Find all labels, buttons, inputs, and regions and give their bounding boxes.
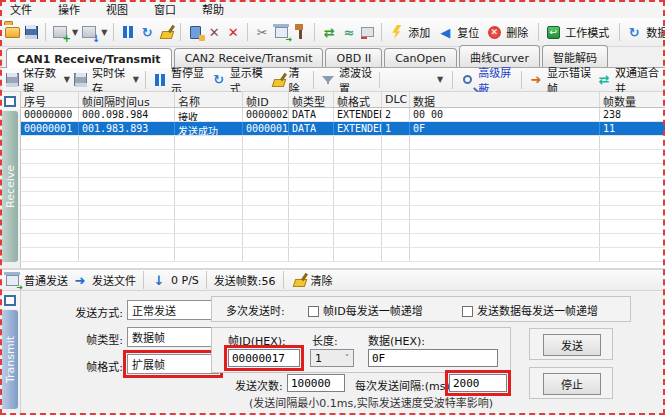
error-frames-icon[interactable]: ➜ xyxy=(528,72,544,88)
recycle-icon[interactable]: ⇄ xyxy=(321,24,337,40)
advanced-mask-icon[interactable] xyxy=(459,72,475,88)
minimized-window-icon[interactable] xyxy=(359,24,375,40)
reset-button[interactable]: 复位 xyxy=(457,24,479,40)
checkbox-icon[interactable] xyxy=(308,306,319,317)
length-select[interactable]: 1˅ xyxy=(310,349,354,367)
display-mode-icon[interactable]: ↻ xyxy=(211,72,227,88)
pause-display-button[interactable]: 暂停显示 xyxy=(171,64,208,96)
send-count-input[interactable] xyxy=(287,374,345,392)
clear-brush-icon[interactable] xyxy=(158,24,174,40)
reset-icon[interactable]: ◀ xyxy=(437,24,453,40)
panel-toggle-icon[interactable] xyxy=(4,96,16,107)
data-increment-option[interactable]: 发送数据每发送一帧递增 xyxy=(462,302,598,318)
receive-side-tab[interactable]: Receive xyxy=(2,111,18,262)
table-empty-row[interactable] xyxy=(21,234,665,248)
save-data-button[interactable]: 保存数据 xyxy=(23,64,60,96)
send-mode-select[interactable]: 正常发送˅ xyxy=(127,300,219,320)
filter-dropdown[interactable]: ▼ xyxy=(379,72,447,88)
table-cell: 发送成功 xyxy=(175,122,243,135)
checkbox-icon[interactable] xyxy=(462,306,473,317)
device-load-icon[interactable] xyxy=(81,24,97,40)
display-mode-button[interactable]: 显示模式 xyxy=(230,64,267,96)
table-empty-row[interactable] xyxy=(21,136,665,150)
chevron-down-icon[interactable]: ▼ xyxy=(64,75,70,84)
open-folder-icon[interactable] xyxy=(4,24,20,40)
table-empty-row[interactable] xyxy=(21,150,665,164)
frame-format-select[interactable]: 扩展帧˅ xyxy=(127,354,219,374)
send-button[interactable]: 发送 xyxy=(543,334,601,356)
send-file-button[interactable]: 发送文件 xyxy=(92,272,136,288)
advanced-mask-button[interactable]: 高级屏蔽 xyxy=(478,64,515,96)
tab-3[interactable]: CanOpen xyxy=(384,48,457,67)
frame-table[interactable]: 序号帧间隔时间us名称帧ID帧类型帧格式DLC数据帧数量00000000000.… xyxy=(20,92,665,268)
pause-display-icon[interactable] xyxy=(152,72,168,88)
receive-toolbar: 保存数据 ▼ 实时保存 ▼ 暂停显示 ↻ 显示模式 清除 滤波设置 ▼ 高级屏蔽… xyxy=(0,68,665,92)
work-mode-icon[interactable]: ↩ xyxy=(545,24,561,40)
table-cell: 帧间隔时间us xyxy=(79,92,175,107)
save-data-icon[interactable] xyxy=(4,72,20,88)
chevron-down-icon[interactable]: ▼ xyxy=(133,75,139,84)
merge-channels-icon[interactable]: ⇄ xyxy=(596,72,612,88)
table-empty-row[interactable] xyxy=(21,248,665,262)
table-row[interactable]: 00000001001.983.893发送成功00000017DATAEXTEN… xyxy=(21,122,665,136)
chevron-down-icon[interactable]: ▼ xyxy=(101,28,107,37)
pause-icon[interactable] xyxy=(120,24,136,40)
connector-icon[interactable]: ≈ xyxy=(340,24,356,40)
normal-send-button[interactable]: 普通发送 xyxy=(24,272,68,288)
table-cell xyxy=(410,150,600,163)
table-empty-row[interactable] xyxy=(21,192,665,206)
delete-button[interactable]: 删除 xyxy=(506,24,528,40)
frame-id-input[interactable] xyxy=(228,349,300,367)
work-mode-button[interactable]: 工作模式 xyxy=(565,24,609,40)
data-hex-input[interactable] xyxy=(368,349,498,367)
table-cell xyxy=(289,150,334,163)
clear-brush-icon[interactable] xyxy=(270,72,286,88)
table-empty-row[interactable] xyxy=(21,220,665,234)
interval-input[interactable] xyxy=(449,374,507,392)
delete-x-icon[interactable]: ✕ xyxy=(225,24,241,40)
tab-0[interactable]: CAN1 Receive/Transmit xyxy=(6,48,172,68)
filter-settings-button[interactable]: 滤波设置 xyxy=(339,64,376,96)
table-cell: 序号 xyxy=(21,92,79,107)
filter-icon[interactable] xyxy=(320,72,336,88)
transmit-side-tab[interactable]: Transmit xyxy=(2,310,18,409)
id-increment-option[interactable]: 帧ID每发送一帧递增 xyxy=(308,302,423,318)
realtime-save-icon[interactable] xyxy=(73,72,89,88)
clear-button[interactable]: 清除 xyxy=(289,64,307,96)
clear-brush-icon[interactable] xyxy=(291,272,307,288)
wrench-icon[interactable]: ✕ xyxy=(206,24,222,40)
merge-channels-button[interactable]: 双通道合并 xyxy=(615,64,661,96)
send-file-icon[interactable]: ➜ xyxy=(72,272,88,288)
menu-item-4[interactable]: 帮助 xyxy=(202,1,224,17)
flag-icon[interactable] xyxy=(292,24,308,40)
table-row[interactable]: 00000000000.098.984接收00000025DATAEXTENDE… xyxy=(21,108,665,122)
send-document-icon[interactable] xyxy=(187,24,203,40)
panel-toggle-icon[interactable] xyxy=(4,295,16,306)
lightning-icon[interactable] xyxy=(388,24,404,40)
table-cell xyxy=(600,206,665,219)
window-export-icon[interactable] xyxy=(273,24,289,40)
menu-item-1[interactable]: 操作 xyxy=(58,1,80,17)
show-error-frames-button[interactable]: 显示错误帧 xyxy=(547,64,593,96)
table-empty-row[interactable] xyxy=(21,178,665,192)
table-empty-row[interactable] xyxy=(21,206,665,220)
add-button[interactable]: 添加 xyxy=(408,24,430,40)
menu-item-0[interactable]: 文件 xyxy=(10,1,32,17)
data-forward-icon[interactable]: ↻ xyxy=(626,24,642,40)
save-icon[interactable] xyxy=(23,24,39,40)
scissors-icon[interactable]: ✂ xyxy=(254,24,270,40)
refresh-icon[interactable]: ↻ xyxy=(139,24,155,40)
frame-type-select[interactable]: 数据帧˅ xyxy=(127,327,219,347)
transmit-clear-button[interactable]: 清除 xyxy=(311,272,333,288)
table-cell xyxy=(21,192,79,205)
normal-send-icon[interactable] xyxy=(4,272,20,288)
menu-item-2[interactable]: 视图 xyxy=(106,1,128,17)
stop-button[interactable]: 停止 xyxy=(543,373,601,395)
delete-circle-icon[interactable]: ✕ xyxy=(486,24,502,40)
menu-item-3[interactable]: 窗口 xyxy=(154,1,176,17)
data-forward-button[interactable]: 数据转发 xyxy=(646,24,665,40)
device-save-icon[interactable] xyxy=(52,24,68,40)
chevron-down-icon[interactable]: ▼ xyxy=(72,28,78,37)
table-empty-row[interactable] xyxy=(21,164,665,178)
realtime-save-button[interactable]: 实时保存 xyxy=(92,64,129,96)
